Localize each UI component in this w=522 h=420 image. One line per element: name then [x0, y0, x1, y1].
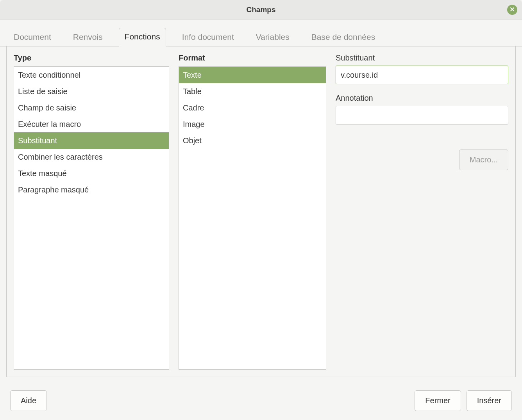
format-list-item[interactable]: Objet [179, 132, 326, 149]
annotation-label: Annotation [336, 94, 508, 103]
format-column: Format TexteTableCadreImageObjet [179, 53, 326, 370]
format-list-item[interactable]: Image [179, 116, 326, 132]
tab-document[interactable]: Document [8, 28, 57, 46]
type-list-item[interactable]: Paragraphe masqué [14, 182, 169, 198]
annotation-input[interactable] [336, 106, 508, 125]
dialog-footer: Aide Fermer Insérer [0, 381, 522, 420]
substituant-label: Substituant [336, 53, 508, 62]
tabbar: Document Renvois Fonctions Info document… [0, 20, 522, 46]
insert-button[interactable]: Insérer [467, 390, 512, 411]
type-list-item[interactable]: Combiner les caractères [14, 149, 169, 165]
annotation-group: Annotation [336, 94, 508, 125]
close-icon [509, 5, 515, 14]
tab-info-document[interactable]: Info document [176, 28, 240, 46]
type-list-item[interactable]: Liste de saisie [14, 83, 169, 100]
substituant-group: Substituant [336, 53, 508, 84]
type-column: Type Texte conditionnelListe de saisieCh… [14, 53, 169, 370]
type-list-item[interactable]: Exécuter la macro [14, 116, 169, 132]
titlebar: Champs [0, 0, 522, 20]
type-list-item[interactable]: Texte conditionnel [14, 67, 169, 83]
type-list-item[interactable]: Substituant [14, 132, 169, 149]
type-label: Type [14, 53, 169, 62]
close-dialog-button[interactable]: Fermer [415, 390, 461, 411]
substituant-input[interactable] [336, 66, 508, 84]
right-column: Substituant Annotation Macro... [336, 53, 508, 370]
footer-right: Fermer Insérer [415, 390, 512, 411]
tab-fonctions[interactable]: Fonctions [119, 28, 166, 46]
tab-renvois[interactable]: Renvois [67, 28, 109, 46]
macro-button[interactable]: Macro... [459, 149, 508, 170]
dialog-window: Champs Document Renvois Fonctions Info d… [0, 0, 522, 420]
tab-base-de-donnees[interactable]: Base de données [306, 28, 381, 46]
type-listbox[interactable]: Texte conditionnelListe de saisieChamp d… [14, 66, 169, 370]
dialog-content: Type Texte conditionnelListe de saisieCh… [6, 46, 516, 377]
format-list-item[interactable]: Cadre [179, 100, 326, 116]
dialog-title: Champs [247, 5, 276, 14]
close-button[interactable] [507, 5, 517, 15]
format-label: Format [179, 53, 326, 62]
tab-variables[interactable]: Variables [250, 28, 295, 46]
type-list-item[interactable]: Champ de saisie [14, 100, 169, 116]
format-listbox[interactable]: TexteTableCadreImageObjet [179, 66, 326, 370]
type-list-item[interactable]: Texte masqué [14, 165, 169, 182]
format-list-item[interactable]: Texte [179, 67, 326, 83]
macro-row: Macro... [336, 149, 508, 170]
help-button[interactable]: Aide [10, 390, 47, 411]
format-list-item[interactable]: Table [179, 83, 326, 100]
